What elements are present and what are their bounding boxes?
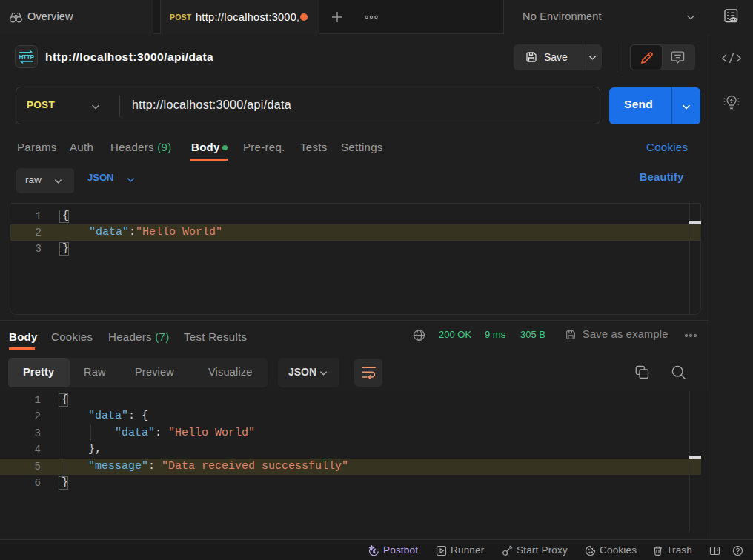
svg-text:HTTP: HTTP bbox=[19, 53, 34, 61]
